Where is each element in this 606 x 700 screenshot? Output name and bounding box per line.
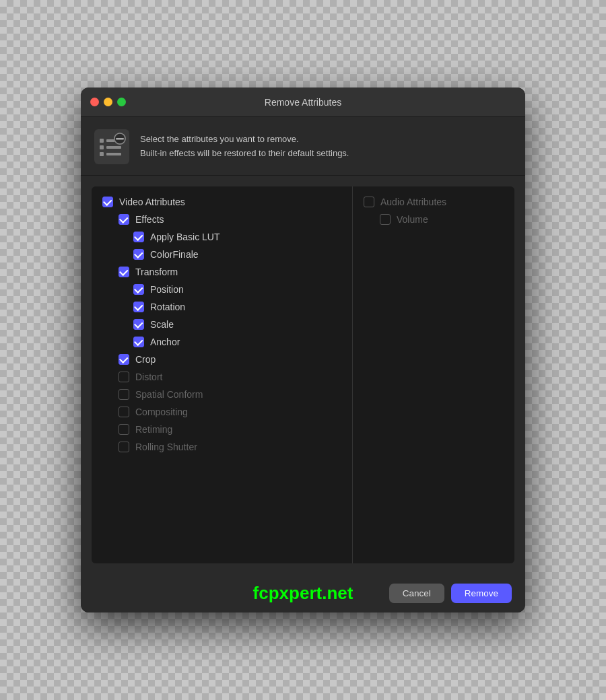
- checkbox-distort: [119, 372, 129, 382]
- checkbox-volume: [380, 214, 391, 225]
- svg-rect-3: [100, 145, 104, 149]
- svg-rect-5: [100, 152, 104, 156]
- label-rolling-shutter: Rolling Shutter: [135, 442, 197, 452]
- checkbox-item-audio-attributes[interactable]: Audio Attributes: [353, 193, 514, 211]
- attributes-icon: [94, 129, 129, 164]
- checkbox-position: [133, 284, 144, 295]
- titlebar: Remove Attributes: [81, 88, 525, 117]
- checkbox-item-compositing[interactable]: Compositing: [92, 403, 352, 421]
- label-audio-attributes: Audio Attributes: [380, 197, 446, 207]
- left-panel: Video AttributesEffectsApply Basic LUTCo…: [92, 186, 352, 563]
- checkbox-item-rolling-shutter[interactable]: Rolling Shutter: [92, 438, 352, 456]
- minimize-button[interactable]: [104, 98, 112, 106]
- checkbox-audio-attributes: [364, 197, 374, 207]
- watermark: fcpxpert.net: [253, 583, 354, 604]
- checkbox-item-position[interactable]: Position: [92, 281, 352, 298]
- label-distort: Distort: [135, 372, 162, 382]
- checkbox-item-colorfinale[interactable]: ColorFinale: [92, 246, 352, 263]
- checkbox-item-spatial-conform[interactable]: Spatial Conform: [92, 386, 352, 403]
- window-title: Remove Attributes: [265, 97, 341, 108]
- label-compositing: Compositing: [135, 407, 188, 417]
- label-colorfinale: ColorFinale: [150, 249, 199, 260]
- label-spatial-conform: Spatial Conform: [135, 389, 203, 400]
- cancel-button[interactable]: Cancel: [389, 584, 444, 603]
- header-description: Select the attributes you want to remove…: [140, 133, 349, 161]
- checkbox-spatial-conform: [119, 389, 129, 400]
- svg-rect-6: [106, 153, 121, 155]
- checkbox-item-effects[interactable]: Effects: [92, 211, 352, 228]
- checkbox-scale: [133, 319, 144, 330]
- checkbox-item-video-attributes[interactable]: Video Attributes: [92, 193, 352, 211]
- checkbox-retiming: [119, 424, 129, 435]
- close-button[interactable]: [90, 98, 99, 106]
- svg-rect-4: [106, 146, 121, 149]
- checkbox-crop: [119, 354, 129, 365]
- content-area: Video AttributesEffectsApply Basic LUTCo…: [92, 186, 514, 563]
- checkbox-item-volume[interactable]: Volume: [353, 211, 514, 228]
- label-retiming: Retiming: [135, 424, 172, 435]
- svg-rect-9: [116, 138, 124, 140]
- checkbox-item-apply-basic-lut[interactable]: Apply Basic LUT: [92, 228, 352, 246]
- right-panel: Audio AttributesVolume: [353, 186, 514, 563]
- footer: fcpxpert.net Cancel Remove: [81, 574, 525, 612]
- checkbox-rolling-shutter: [119, 442, 129, 452]
- checkbox-rotation: [133, 302, 144, 312]
- label-apply-basic-lut: Apply Basic LUT: [150, 232, 220, 242]
- label-rotation: Rotation: [150, 302, 185, 312]
- checkbox-effects: [119, 214, 129, 225]
- checkbox-anchor: [133, 337, 144, 347]
- svg-rect-1: [100, 139, 104, 143]
- header-section: Select the attributes you want to remove…: [81, 117, 525, 176]
- checkbox-item-anchor[interactable]: Anchor: [92, 333, 352, 351]
- label-video-attributes: Video Attributes: [119, 197, 185, 207]
- checkbox-item-transform[interactable]: Transform: [92, 263, 352, 281]
- checkbox-item-crop[interactable]: Crop: [92, 351, 352, 368]
- checkbox-video-attributes: [102, 197, 113, 207]
- dialog-window: Remove Attributes Select the attributes …: [81, 88, 525, 612]
- checkbox-item-distort[interactable]: Distort: [92, 368, 352, 386]
- checkbox-item-rotation[interactable]: Rotation: [92, 298, 352, 316]
- checkbox-item-scale[interactable]: Scale: [92, 316, 352, 333]
- zoom-button[interactable]: [117, 98, 126, 106]
- checkbox-apply-basic-lut: [133, 232, 144, 242]
- checkbox-item-retiming[interactable]: Retiming: [92, 421, 352, 438]
- checkbox-transform: [119, 267, 129, 277]
- label-volume: Volume: [397, 214, 428, 225]
- label-anchor: Anchor: [150, 337, 180, 347]
- remove-button[interactable]: Remove: [451, 584, 512, 603]
- label-scale: Scale: [150, 319, 174, 330]
- label-transform: Transform: [135, 267, 178, 277]
- traffic-lights: [90, 98, 126, 106]
- label-position: Position: [150, 284, 184, 295]
- checkbox-colorfinale: [133, 249, 144, 260]
- checkbox-compositing: [119, 407, 129, 417]
- label-effects: Effects: [135, 214, 164, 225]
- label-crop: Crop: [135, 354, 156, 365]
